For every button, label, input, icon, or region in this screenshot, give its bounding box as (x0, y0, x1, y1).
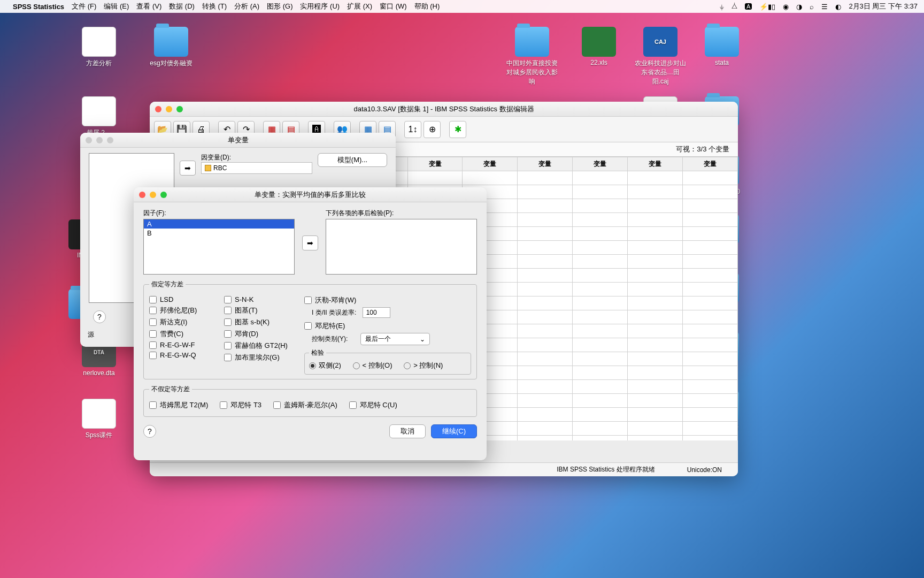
menu-item[interactable]: 数据 (D) (169, 2, 195, 10)
cell[interactable] (683, 338, 738, 352)
cell[interactable] (518, 171, 573, 185)
cell[interactable] (683, 366, 738, 380)
cell[interactable] (518, 227, 573, 241)
waller-duncan-checkbox[interactable]: 沃勒-邓肯(W) (304, 295, 471, 305)
cell[interactable] (683, 436, 738, 441)
lt-control-radio[interactable]: < 控制(O) (353, 361, 392, 370)
desktop-icon[interactable]: 22.xls (572, 27, 626, 66)
hochberg-checkbox[interactable]: 霍赫伯格 GT2(H) (224, 341, 304, 351)
bluetooth-icon[interactable]: ⧊ (732, 2, 737, 11)
cell[interactable] (628, 436, 683, 441)
cell[interactable] (573, 366, 628, 380)
cell[interactable] (628, 283, 683, 296)
traffic-lights[interactable] (86, 137, 113, 143)
lsd-checkbox[interactable]: LSD (149, 295, 224, 303)
cell[interactable] (683, 352, 738, 366)
cell[interactable] (628, 366, 683, 380)
clock[interactable]: 2月3日 周三 下午 3:37 (849, 2, 918, 11)
cell[interactable] (573, 255, 628, 269)
desktop-icon[interactable]: 方差分析 (72, 27, 126, 68)
factors-list[interactable]: A B (143, 219, 295, 275)
menu-item[interactable]: 实用程序 (U) (300, 2, 340, 10)
select-icon[interactable]: ⊕ (424, 121, 441, 138)
cell[interactable] (518, 185, 573, 199)
cell[interactable] (518, 213, 573, 227)
cell[interactable] (518, 310, 573, 324)
cell[interactable] (573, 283, 628, 296)
menu-item[interactable]: 编辑 (E) (104, 2, 129, 10)
minimize-icon[interactable] (166, 106, 172, 112)
list-item[interactable]: A (144, 219, 294, 229)
two-sided-radio[interactable]: 双侧(2) (309, 361, 341, 370)
sound-icon[interactable]: ◑ (796, 3, 802, 11)
cell[interactable] (683, 227, 738, 241)
cancel-button[interactable]: 取消 (389, 424, 426, 438)
cell[interactable] (518, 324, 573, 338)
cell[interactable] (628, 255, 683, 269)
cell[interactable] (683, 408, 738, 422)
control-center-icon[interactable]: ☰ (821, 3, 828, 11)
zoom-icon[interactable] (107, 137, 113, 143)
move-right-button[interactable]: ➡ (302, 235, 318, 250)
column-header[interactable]: 变量 (628, 157, 683, 171)
duncan-checkbox[interactable]: 邓肯(D) (224, 329, 304, 339)
posthoc-list[interactable] (326, 219, 477, 275)
cell[interactable] (628, 227, 683, 241)
cell[interactable] (628, 171, 683, 185)
cell[interactable] (518, 366, 573, 380)
cell[interactable] (628, 310, 683, 324)
cell[interactable] (518, 199, 573, 213)
cell[interactable] (518, 380, 573, 394)
help-button[interactable]: ? (93, 310, 106, 323)
cell[interactable] (628, 338, 683, 352)
cell[interactable] (573, 213, 628, 227)
regwf-checkbox[interactable]: R-E-G-W-F (149, 341, 224, 349)
cell[interactable] (573, 352, 628, 366)
menu-item[interactable]: 查看 (V) (136, 2, 161, 10)
column-header[interactable]: 变量 (683, 157, 738, 171)
tukeyb-checkbox[interactable]: 图基 s-b(K) (224, 317, 304, 327)
cell[interactable] (683, 380, 738, 394)
menu-item[interactable]: 扩展 (X) (347, 2, 372, 10)
menu-item[interactable]: 窗口 (W) (380, 2, 407, 10)
zoom-icon[interactable] (160, 192, 167, 198)
menu-item[interactable]: 图形 (G) (267, 2, 292, 10)
cell[interactable] (518, 255, 573, 269)
tamhane-t2-checkbox[interactable]: 塔姆黑尼 T2(M) (149, 400, 208, 410)
cell[interactable] (573, 310, 628, 324)
cell[interactable] (683, 171, 738, 185)
cell[interactable] (683, 310, 738, 324)
cell[interactable] (628, 199, 683, 213)
cell[interactable] (518, 408, 573, 422)
cell[interactable] (628, 241, 683, 255)
cell[interactable] (518, 269, 573, 283)
minimize-icon[interactable] (150, 192, 156, 198)
column-header[interactable]: 变量 (463, 157, 518, 171)
input-icon[interactable]: A (745, 3, 752, 10)
menu-item[interactable]: 文件 (F) (72, 2, 96, 10)
close-icon[interactable] (155, 106, 161, 112)
value-labels-icon[interactable]: ✱ (449, 121, 466, 138)
cell[interactable] (573, 380, 628, 394)
menu-item[interactable]: 帮助 (H) (414, 2, 440, 10)
cell[interactable] (573, 199, 628, 213)
gt-control-radio[interactable]: > 控制(N) (404, 361, 443, 370)
move-right-button[interactable]: ➡ (180, 161, 196, 176)
desktop-icon[interactable]: 中国对外直接投资对城乡居民收入影响 (505, 27, 559, 86)
cell[interactable] (518, 338, 573, 352)
cell[interactable] (573, 422, 628, 436)
cell[interactable] (628, 408, 683, 422)
cell[interactable] (573, 227, 628, 241)
siri-icon[interactable]: ◐ (835, 3, 841, 11)
cell[interactable] (628, 422, 683, 436)
regwq-checkbox[interactable]: R-E-G-W-Q (149, 351, 224, 359)
desktop-icon[interactable]: esg对债务融资 (144, 27, 198, 68)
cell[interactable] (518, 394, 573, 408)
cell[interactable] (683, 213, 738, 227)
minimize-icon[interactable] (96, 137, 103, 143)
cell[interactable] (573, 394, 628, 408)
cell[interactable] (683, 269, 738, 283)
cell[interactable] (573, 324, 628, 338)
sidak-checkbox[interactable]: 斯达克(I) (149, 317, 224, 327)
weight-icon[interactable]: 1↕ (404, 121, 421, 138)
